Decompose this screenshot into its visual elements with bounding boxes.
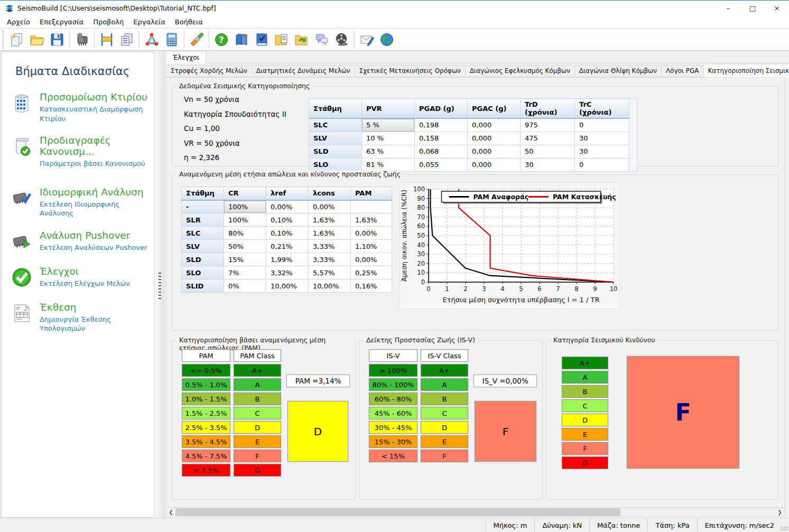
data-cell[interactable]: 0,00%: [351, 227, 392, 240]
folder-report-icon[interactable]: [272, 30, 292, 50]
data-cell[interactable]: 1,99%: [266, 253, 309, 266]
data-cell[interactable]: 0,10%: [266, 227, 309, 240]
row-header-cell[interactable]: SLID: [182, 279, 224, 293]
model-viewer-icon[interactable]: [142, 30, 162, 50]
data-cell[interactable]: 0,055: [415, 158, 468, 171]
scrollbar-thumb[interactable]: [175, 508, 620, 516]
scrollbar-track[interactable]: [620, 508, 775, 516]
video-icon[interactable]: [332, 30, 352, 50]
data-cell[interactable]: 0,000: [468, 132, 521, 145]
column-header[interactable]: PGAD (g): [415, 99, 468, 119]
data-cell[interactable]: 0,000: [468, 145, 521, 158]
menu-item-1[interactable]: Επεξεργασία: [35, 17, 88, 27]
row-header-cell[interactable]: SLR: [182, 213, 224, 227]
data-cell[interactable]: 30: [575, 145, 629, 158]
minimize-button[interactable]: –: [716, 1, 740, 16]
data-cell[interactable]: 7%: [224, 266, 266, 279]
splitter-handle-icon[interactable]: [159, 273, 161, 300]
column-header[interactable]: Στάθμη: [182, 187, 224, 200]
data-cell[interactable]: 0,00%: [351, 253, 392, 266]
email-icon[interactable]: [357, 30, 377, 50]
sidebar-item-subtitle[interactable]: Εκτέλεση Αναλύσεων Pushover: [40, 243, 147, 253]
data-cell[interactable]: 50%: [224, 240, 266, 253]
help-icon[interactable]: ?: [211, 30, 231, 50]
copy-report-icon[interactable]: [117, 30, 137, 50]
scroll-right-icon[interactable]: ❯: [775, 508, 784, 516]
sidebar-item-title[interactable]: Προδιαγραφές Κανονισμ...: [40, 135, 149, 157]
row-header-cell[interactable]: SLC: [182, 227, 224, 240]
column-header[interactable]: PGAC (g): [468, 99, 521, 119]
folder-update-icon[interactable]: [292, 30, 312, 50]
menu-item-3[interactable]: Εργαλεία: [128, 17, 170, 27]
sidebar-item-title[interactable]: Προσομοίωση Κτιρίου: [40, 91, 149, 102]
building-modeller-icon[interactable]: [97, 30, 117, 50]
column-header[interactable]: λref: [266, 187, 309, 200]
column-header[interactable]: PVR: [362, 99, 415, 119]
processor-icon[interactable]: [72, 30, 92, 50]
data-cell[interactable]: 0,25%: [351, 266, 392, 279]
panel-splitter[interactable]: [155, 51, 165, 518]
open-project-icon[interactable]: [27, 30, 47, 50]
data-cell[interactable]: 10 %: [362, 132, 415, 145]
sidebar-item-subtitle[interactable]: Εκτέλεση Ελέγχων Μελών: [40, 279, 130, 288]
data-cell[interactable]: 3,33%: [309, 253, 351, 266]
data-cell[interactable]: 3,32%: [266, 266, 309, 279]
manual-icon[interactable]: [231, 30, 252, 50]
data-cell[interactable]: 0,21%: [266, 240, 309, 253]
subtab-5[interactable]: Λόγοι PGA: [661, 65, 704, 77]
subtab-4[interactable]: Διαγώνια Θλίψη Κόμβων: [574, 65, 662, 77]
data-cell[interactable]: 100%: [224, 213, 266, 227]
row-header-cell[interactable]: SLV: [309, 132, 362, 145]
data-cell[interactable]: 1,63%: [351, 213, 392, 227]
sidebar-item-building-modelling[interactable]: Προσομοίωση Κτιρίου Κατασκευαστική Διαμό…: [11, 91, 149, 123]
data-cell[interactable]: [351, 200, 392, 213]
data-cell[interactable]: 0,158: [415, 132, 468, 145]
data-cell[interactable]: 1,63%: [309, 213, 351, 227]
menu-item-4[interactable]: Βοήθεια: [170, 17, 208, 27]
sidebar-item-subtitle[interactable]: Εκτέλεση Ιδιομορφικής Ανάλυσης: [40, 200, 149, 218]
scroll-left-icon[interactable]: ❮: [166, 508, 175, 516]
sidebar-item-title[interactable]: Ανάλυση Pushover: [40, 230, 147, 241]
sidebar-item-report[interactable]: Έκθεση Δημιουργία Έκθεσης Υπολογισμών: [11, 302, 149, 333]
data-cell[interactable]: 50: [521, 145, 575, 158]
data-cell[interactable]: 475: [521, 132, 575, 145]
data-cell[interactable]: 1,10%: [351, 240, 392, 253]
subtab-0[interactable]: Στροφές Χορδής Μελών: [166, 65, 252, 77]
row-header-cell[interactable]: -: [182, 200, 224, 213]
column-header[interactable]: TrD (χρόνια): [521, 99, 575, 119]
menu-item-2[interactable]: Προβολή: [88, 17, 128, 27]
data-cell[interactable]: 1,63%: [309, 227, 351, 240]
column-header[interactable]: λcons: [309, 187, 351, 200]
column-header[interactable]: Στάθμη: [309, 99, 362, 119]
sidebar-item-subtitle[interactable]: Παράμετροι βάσει Κανονισμού: [40, 159, 149, 169]
row-header-cell[interactable]: SLO: [182, 266, 224, 279]
data-cell[interactable]: 0,10%: [266, 213, 309, 227]
data-cell[interactable]: 30: [521, 158, 575, 171]
column-header[interactable]: TrC (χρόνια): [575, 99, 629, 119]
sidebar-item-pushover-analysis[interactable]: Ανάλυση Pushover Εκτέλεση Αναλύσεων Push…: [11, 230, 149, 254]
data-cell[interactable]: 0,16%: [351, 279, 392, 293]
close-button[interactable]: ×: [765, 1, 789, 16]
resize-grip-icon[interactable]: ◫◫: [782, 518, 789, 532]
data-cell[interactable]: 81 %: [362, 158, 415, 171]
forum-icon[interactable]: [312, 30, 332, 50]
data-cell[interactable]: 0: [575, 158, 629, 171]
row-header-cell[interactable]: SLD: [309, 145, 362, 158]
data-cell[interactable]: 80%: [224, 227, 266, 240]
subtab-3[interactable]: Διαγώνιος Εφελκυσμός Κόμβων: [465, 65, 575, 77]
maximize-button[interactable]: □: [740, 1, 765, 16]
data-cell[interactable]: 63 %: [362, 145, 415, 158]
sidebar-item-subtitle[interactable]: Κατασκευαστική Διαμόρφωση Κτιρίου: [40, 105, 149, 123]
verification-book-icon[interactable]: [252, 30, 272, 50]
data-cell[interactable]: 30: [575, 132, 629, 145]
row-header-cell[interactable]: SLO: [309, 158, 362, 171]
data-cell[interactable]: 5,57%: [309, 266, 351, 279]
new-project-icon[interactable]: [7, 30, 27, 50]
save-icon[interactable]: [47, 30, 67, 50]
data-cell[interactable]: 15%: [224, 253, 266, 266]
menu-item-0[interactable]: Αρχείο: [2, 17, 35, 27]
data-cell[interactable]: 0,198: [415, 118, 468, 132]
subtab-2[interactable]: Σχετικές Μετακινήσεις Ορόφων: [355, 65, 466, 77]
data-cell[interactable]: 0,068: [415, 145, 468, 158]
row-header-cell[interactable]: SLC: [309, 118, 362, 132]
